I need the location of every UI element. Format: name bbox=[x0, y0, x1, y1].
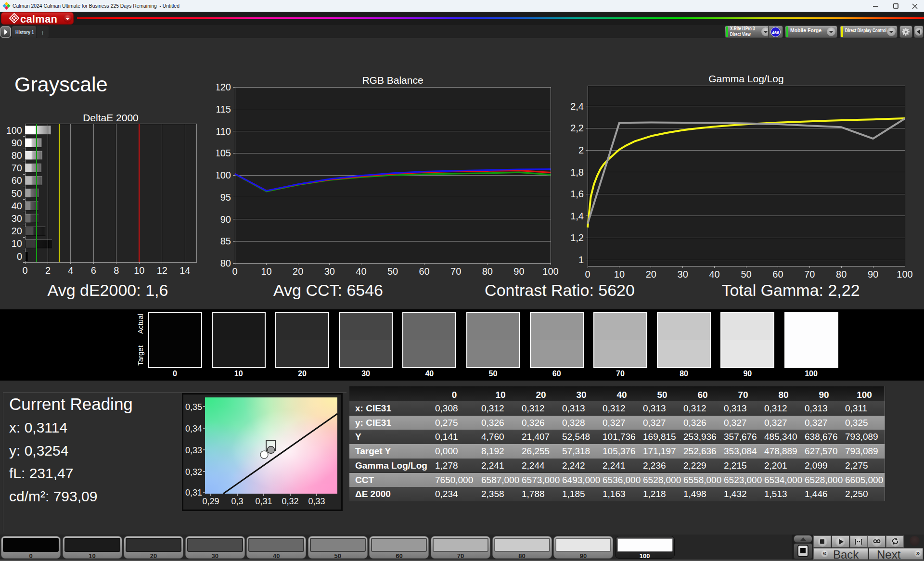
svg-text:0,34: 0,34 bbox=[185, 424, 202, 434]
svg-text:40: 40 bbox=[709, 269, 719, 280]
svg-text:100: 100 bbox=[542, 266, 558, 277]
svg-text:1,6: 1,6 bbox=[570, 189, 584, 199]
svg-text:80: 80 bbox=[220, 258, 231, 268]
svg-text:80: 80 bbox=[482, 266, 493, 277]
svg-text:80: 80 bbox=[12, 150, 22, 161]
svg-text:1,2: 1,2 bbox=[570, 232, 584, 243]
svg-text:4: 4 bbox=[68, 265, 73, 276]
svg-text:0: 0 bbox=[22, 265, 27, 276]
svg-text:60: 60 bbox=[772, 269, 783, 280]
svg-text:90: 90 bbox=[220, 214, 231, 225]
svg-text:50: 50 bbox=[741, 269, 751, 280]
svg-text:0: 0 bbox=[232, 266, 237, 277]
svg-text:0,29: 0,29 bbox=[202, 497, 219, 506]
svg-text:70: 70 bbox=[804, 269, 815, 280]
svg-text:DeltaE 2000: DeltaE 2000 bbox=[83, 112, 139, 123]
svg-text:0,35: 0,35 bbox=[185, 402, 202, 412]
svg-text:12: 12 bbox=[157, 265, 167, 276]
svg-text:0,33: 0,33 bbox=[308, 497, 325, 506]
svg-text:50: 50 bbox=[387, 266, 398, 277]
svg-text:2,4: 2,4 bbox=[570, 101, 584, 112]
svg-text:2: 2 bbox=[578, 145, 584, 155]
svg-text:0,31: 0,31 bbox=[185, 488, 202, 497]
svg-text:1,8: 1,8 bbox=[570, 167, 584, 178]
svg-text:100: 100 bbox=[897, 269, 912, 280]
svg-text:80: 80 bbox=[836, 269, 847, 280]
svg-text:10: 10 bbox=[261, 266, 271, 277]
svg-text:10: 10 bbox=[134, 265, 144, 276]
svg-text:20: 20 bbox=[12, 226, 22, 236]
svg-text:RGB Balance: RGB Balance bbox=[362, 75, 423, 86]
svg-text:90: 90 bbox=[12, 138, 22, 148]
svg-text:90: 90 bbox=[868, 269, 878, 280]
svg-text:20: 20 bbox=[646, 269, 656, 280]
svg-text:1,4: 1,4 bbox=[570, 211, 584, 221]
svg-text:6: 6 bbox=[91, 265, 96, 276]
svg-text:110: 110 bbox=[217, 126, 231, 137]
svg-text:14: 14 bbox=[180, 265, 190, 276]
svg-text:20: 20 bbox=[293, 266, 303, 277]
svg-text:40: 40 bbox=[356, 266, 366, 277]
svg-text:95: 95 bbox=[220, 192, 231, 203]
svg-text:30: 30 bbox=[678, 269, 688, 280]
svg-text:10: 10 bbox=[12, 238, 22, 249]
svg-text:30: 30 bbox=[12, 213, 22, 224]
svg-text:70: 70 bbox=[450, 266, 461, 277]
svg-text:2: 2 bbox=[45, 265, 51, 276]
svg-text:0: 0 bbox=[585, 269, 590, 280]
svg-text:40: 40 bbox=[12, 201, 22, 211]
svg-text:Gamma Log/Log: Gamma Log/Log bbox=[708, 73, 783, 84]
svg-text:0,33: 0,33 bbox=[185, 446, 202, 455]
svg-text:0,31: 0,31 bbox=[255, 497, 272, 506]
svg-text:10: 10 bbox=[614, 269, 625, 280]
svg-text:120: 120 bbox=[217, 82, 231, 92]
svg-text:1: 1 bbox=[578, 255, 584, 265]
svg-text:30: 30 bbox=[324, 266, 335, 277]
svg-text:2,2: 2,2 bbox=[570, 123, 584, 133]
svg-text:100: 100 bbox=[6, 125, 22, 136]
svg-text:8: 8 bbox=[114, 265, 119, 276]
svg-text:105: 105 bbox=[217, 148, 231, 158]
svg-text:0: 0 bbox=[17, 251, 22, 262]
svg-text:90: 90 bbox=[513, 266, 524, 277]
svg-text:0,3: 0,3 bbox=[231, 497, 243, 506]
svg-text:0,32: 0,32 bbox=[185, 467, 202, 477]
svg-text:0,32: 0,32 bbox=[282, 497, 298, 506]
svg-text:70: 70 bbox=[12, 163, 22, 173]
svg-text:50: 50 bbox=[12, 188, 22, 199]
svg-text:85: 85 bbox=[220, 236, 231, 246]
svg-text:115: 115 bbox=[217, 104, 231, 115]
svg-text:60: 60 bbox=[419, 266, 429, 277]
svg-text:60: 60 bbox=[12, 175, 22, 186]
svg-text:100: 100 bbox=[217, 170, 231, 180]
